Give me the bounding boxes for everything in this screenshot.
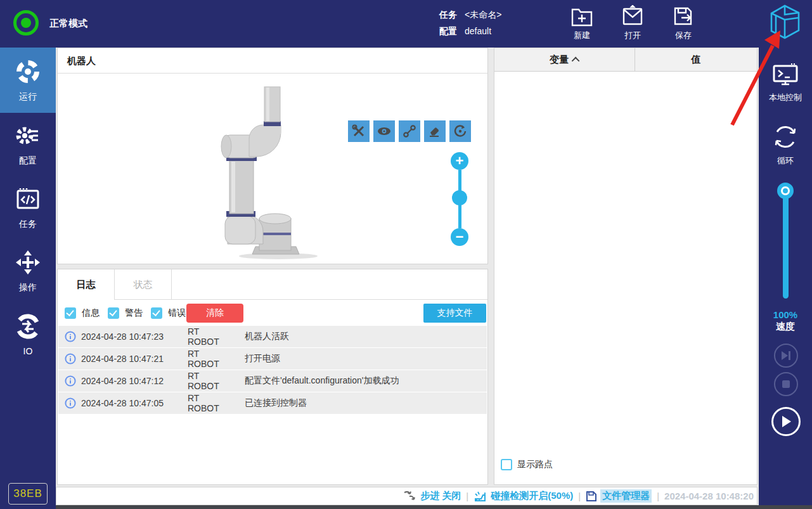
path-waypoints-icon bbox=[403, 124, 416, 138]
operate-move-icon bbox=[15, 249, 41, 278]
status-badge: 38EB bbox=[8, 483, 48, 505]
sidebar-item-operate[interactable]: 操作 bbox=[0, 240, 56, 303]
zoom-out-button[interactable]: − bbox=[451, 228, 468, 246]
path-display-button[interactable] bbox=[399, 120, 420, 142]
task-value: <未命名> bbox=[465, 10, 501, 20]
view-visibility-button[interactable] bbox=[373, 120, 395, 142]
footsteps-icon bbox=[403, 490, 417, 503]
stop-button[interactable] bbox=[774, 372, 798, 396]
info-icon bbox=[65, 375, 76, 387]
log-entries: 2024-04-28 10:47:23 RT ROBOT 机器人活跃 2024-… bbox=[58, 326, 487, 415]
step-next-button[interactable] bbox=[774, 344, 798, 368]
local-control-terminal-icon bbox=[759, 61, 812, 88]
column-header-value: 值 bbox=[635, 48, 757, 71]
show-waypoints-checkbox[interactable] bbox=[501, 459, 512, 470]
filter-info-checkbox[interactable] bbox=[65, 307, 76, 319]
log-message: 配置文件'default.configuration'加载成功 bbox=[245, 375, 399, 387]
rotate-view-icon bbox=[453, 124, 467, 138]
log-row: 2024-04-28 10:47:23 RT ROBOT 机器人活跃 bbox=[58, 326, 487, 347]
open-task-button[interactable]: 打开 bbox=[612, 5, 653, 41]
local-control-button[interactable]: 本地控制 bbox=[759, 61, 812, 103]
separator: | bbox=[578, 491, 581, 501]
save-task-button[interactable]: 保存 bbox=[663, 5, 704, 41]
log-panel: 日志 状态 信息 警告 错误 清除 支持文件 2024-04-28 10:47:… bbox=[57, 269, 488, 485]
run-target-icon bbox=[15, 58, 41, 87]
log-row: 2024-04-28 10:47:12 RT ROBOT 配置文件'defaul… bbox=[58, 370, 487, 392]
log-filter-row: 信息 警告 错误 清除 支持文件 bbox=[58, 300, 487, 326]
tab-status[interactable]: 状态 bbox=[115, 269, 172, 300]
new-folder-plus-icon bbox=[562, 5, 602, 28]
show-waypoints-row: 显示路点 bbox=[501, 459, 553, 470]
task-label: 任务 bbox=[439, 10, 457, 20]
filter-info-label: 信息 bbox=[82, 307, 100, 319]
top-bar: 正常模式 任务<未命名> 配置default 新建 打开 bbox=[0, 0, 812, 48]
speed-slider-track[interactable] bbox=[783, 191, 789, 299]
new-task-button[interactable]: 新建 bbox=[562, 5, 602, 41]
right-sidebar: 本地控制 循环 100% 速度 bbox=[759, 48, 812, 505]
loop-button[interactable]: 循环 bbox=[759, 122, 812, 167]
loop-cycle-icon bbox=[759, 122, 812, 151]
mode-status-indicator-icon bbox=[13, 10, 39, 35]
filter-warning-label: 警告 bbox=[125, 307, 143, 319]
info-icon bbox=[65, 331, 76, 342]
log-time: 2024-04-28 10:47:23 bbox=[81, 332, 188, 342]
log-source: RT ROBOT bbox=[188, 349, 229, 369]
filter-warning-checkbox[interactable] bbox=[108, 307, 119, 319]
log-source: RT ROBOT bbox=[188, 326, 229, 347]
separator: | bbox=[657, 491, 659, 501]
floppy-disk-icon bbox=[586, 491, 597, 502]
robot-3d-panel: 机器人 bbox=[57, 48, 488, 264]
separator: | bbox=[466, 491, 468, 501]
support-files-button[interactable]: 支持文件 bbox=[423, 304, 486, 323]
show-waypoints-label: 显示路点 bbox=[517, 459, 553, 470]
column-header-variable[interactable]: 变量 bbox=[494, 48, 635, 71]
step-mode-label: 步进 关闭 bbox=[420, 490, 461, 502]
log-time: 2024-04-28 10:47:12 bbox=[81, 376, 188, 386]
filter-error-label: 错误 bbox=[168, 307, 186, 319]
io-exchange-icon bbox=[15, 313, 41, 342]
log-tabs: 日志 状态 bbox=[58, 269, 487, 300]
log-source: RT ROBOT bbox=[188, 371, 229, 391]
variable-table-header: 变量 值 bbox=[494, 48, 757, 72]
open-envelope-icon bbox=[612, 5, 653, 28]
variable-panel: 变量 值 显示路点 bbox=[494, 48, 757, 485]
config-gear-icon bbox=[15, 122, 41, 151]
sort-ascending-icon bbox=[572, 56, 580, 65]
file-manager-button[interactable]: 文件管理器 bbox=[586, 489, 652, 503]
log-time: 2024-04-28 10:47:05 bbox=[81, 398, 188, 408]
brand-cube-logo[interactable] bbox=[767, 3, 802, 41]
step-mode-toggle[interactable]: 步进 关闭 bbox=[403, 490, 461, 503]
sidebar-item-task[interactable]: 任务 bbox=[0, 176, 56, 240]
skip-next-icon bbox=[780, 350, 792, 361]
task-code-icon bbox=[15, 186, 41, 214]
status-bar: 步进 关闭 | 碰撞检测开启(50%) | 文件管理器 | 2024-04-28… bbox=[56, 487, 757, 505]
clear-log-button[interactable]: 清除 bbox=[186, 304, 243, 323]
view-toolbar bbox=[348, 120, 471, 142]
log-message: 打开电源 bbox=[245, 353, 280, 364]
tools-button[interactable] bbox=[348, 120, 370, 142]
info-icon bbox=[65, 353, 76, 364]
save-export-icon bbox=[663, 5, 704, 28]
sidebar-item-config[interactable]: 配置 bbox=[0, 113, 56, 176]
erase-button[interactable] bbox=[424, 120, 446, 142]
file-manager-label: 文件管理器 bbox=[600, 489, 652, 503]
collision-detection-toggle[interactable]: 碰撞检测开启(50%) bbox=[474, 490, 573, 503]
robot-3d-view[interactable]: + − bbox=[58, 74, 487, 264]
zoom-in-button[interactable]: + bbox=[451, 152, 468, 170]
rotate-view-button[interactable] bbox=[449, 120, 471, 142]
config-value: default bbox=[465, 26, 491, 36]
filter-error-checkbox[interactable] bbox=[151, 307, 162, 319]
log-time: 2024-04-28 10:47:21 bbox=[81, 354, 188, 364]
play-button[interactable] bbox=[771, 407, 801, 436]
play-icon bbox=[780, 415, 792, 428]
zoom-slider-handle[interactable] bbox=[452, 190, 467, 205]
tab-log[interactable]: 日志 bbox=[58, 269, 115, 300]
log-message: 机器人活跃 bbox=[245, 331, 289, 342]
sidebar-item-run[interactable]: 运行 bbox=[0, 48, 56, 113]
config-label: 配置 bbox=[439, 26, 457, 36]
speed-slider-handle[interactable] bbox=[777, 183, 794, 199]
sidebar-item-io[interactable]: IO bbox=[0, 303, 56, 366]
tools-icon bbox=[352, 124, 366, 138]
collision-detection-label: 碰撞检测开启(50%) bbox=[491, 490, 573, 502]
log-message: 已连接到控制器 bbox=[245, 397, 307, 409]
